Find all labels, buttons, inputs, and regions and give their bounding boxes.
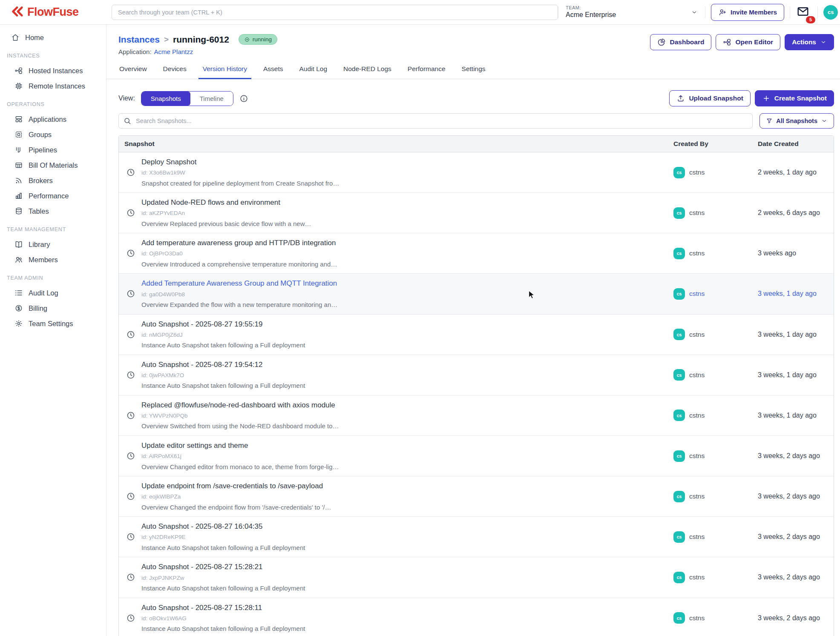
flowfuse-logo[interactable]: FlowFuse xyxy=(10,6,106,19)
date-created: 3 weeks, 2 days ago xyxy=(758,573,820,581)
snapshot-row[interactable]: Add temperature awareness group and HTTP… xyxy=(119,233,834,274)
tab-version-history[interactable]: Version History xyxy=(198,60,251,79)
info-icon[interactable] xyxy=(239,94,248,103)
snapshot-filter-dropdown[interactable]: All Snapshots xyxy=(759,113,834,129)
date-created: 3 weeks, 2 days ago xyxy=(758,493,820,500)
snapshot-id: id: YWVPzN0PQb xyxy=(141,412,339,420)
clock-icon xyxy=(126,411,135,420)
view-option-timeline[interactable]: Timeline xyxy=(190,92,233,106)
snapshot-row[interactable]: Deploy Snapshot id: X3o6Bw1k9W Snapshot … xyxy=(119,152,834,193)
tab-audit-log[interactable]: Audit Log xyxy=(295,60,332,79)
main-content: Instances > running-6012 running Applica… xyxy=(106,25,840,636)
global-search-input[interactable] xyxy=(112,5,558,20)
snapshot-row[interactable]: Update editor settings and theme id: AlR… xyxy=(119,436,834,476)
snapshot-title: Auto Snapshot - 2025-08-27 15:28:21 xyxy=(141,562,305,572)
snapshot-row[interactable]: Auto Snapshot - 2025-08-27 19:54:12 id: … xyxy=(119,355,834,395)
snapshot-description: Overview Replaced previous basic device … xyxy=(141,220,311,228)
created-by-cell: cs cstns xyxy=(673,288,758,300)
tab-overview[interactable]: Overview xyxy=(115,60,151,79)
sidebar-item-applications[interactable]: Applications xyxy=(0,112,106,127)
sidebar-item-label: Team Settings xyxy=(29,320,73,328)
tab-node-red-logs[interactable]: Node-RED Logs xyxy=(339,60,396,79)
created-by-cell: cs cstns xyxy=(673,329,758,340)
brokers-icon xyxy=(14,176,23,185)
tab-devices[interactable]: Devices xyxy=(159,60,191,79)
sidebar-item-pipelines[interactable]: Pipelines xyxy=(0,142,106,158)
snapshot-row[interactable]: Update endpoint from /save-credentials t… xyxy=(119,476,834,517)
snapshots-table: Snapshot Created By Date Created Deploy … xyxy=(118,135,834,636)
sidebar-item-groups[interactable]: Groups xyxy=(0,127,106,142)
snapshot-id: id: 0jwPAXMk7O xyxy=(141,372,305,379)
sidebar-item-label: Groups xyxy=(29,131,52,139)
tab-assets[interactable]: Assets xyxy=(259,60,288,79)
snapshot-title: Auto Snapshot - 2025-08-27 16:04:35 xyxy=(141,522,305,531)
sidebar-section-label: TEAM MANAGEMENT xyxy=(0,226,106,232)
snapshot-row[interactable]: Auto Snapshot - 2025-08-27 19:55:19 id: … xyxy=(119,315,834,355)
date-created: 3 weeks, 1 day ago xyxy=(758,331,817,338)
snapshot-row[interactable]: Auto Snapshot - 2025-08-27 15:28:11 id: … xyxy=(119,598,834,636)
user-avatar[interactable]: cs xyxy=(823,5,838,20)
application-link[interactable]: Acme Plantzz xyxy=(154,48,193,55)
sidebar-item-bill-of-materials[interactable]: Bill Of Materials xyxy=(0,158,106,173)
sidebar-item-team-settings[interactable]: Team Settings xyxy=(0,316,106,331)
created-by-cell: cs cstns xyxy=(673,410,758,421)
created-by-cell: cs cstns xyxy=(673,369,758,381)
invite-members-icon xyxy=(718,8,727,17)
clock-icon xyxy=(126,451,135,461)
upload-icon xyxy=(676,94,685,103)
snapshot-id: id: JxpPJNKPZw xyxy=(141,574,305,582)
snapshot-id: id: AlRPoMX61j xyxy=(141,453,339,460)
snapshot-search-input[interactable] xyxy=(118,113,753,129)
open-editor-button[interactable]: Open Editor xyxy=(716,34,780,50)
sidebar-item-brokers[interactable]: Brokers xyxy=(0,173,106,188)
sidebar-item-hosted-instances[interactable]: Hosted Instances xyxy=(0,63,106,78)
snapshot-row[interactable]: Auto Snapshot - 2025-08-27 15:28:21 id: … xyxy=(119,557,834,598)
sidebar-item-members[interactable]: Members xyxy=(0,252,106,267)
create-snapshot-button[interactable]: Create Snapshot xyxy=(755,90,834,106)
date-created-cell: 3 weeks, 1 day ago xyxy=(758,412,834,419)
tab-performance[interactable]: Performance xyxy=(403,60,450,79)
clock-icon xyxy=(126,573,135,582)
invite-members-button[interactable]: Invite Members xyxy=(711,4,784,21)
snapshot-title: Replaced @flowfuse/node-red-dashboard wi… xyxy=(141,401,339,410)
snapshot-description: Instance Auto Snapshot taken following a… xyxy=(141,381,305,390)
clock-icon xyxy=(126,289,135,298)
search-icon xyxy=(123,117,132,125)
view-option-snapshots[interactable]: Snapshots xyxy=(141,92,190,106)
divider xyxy=(790,6,790,18)
dashboard-button[interactable]: Dashboard xyxy=(650,34,711,50)
sidebar-item-remote-instances[interactable]: Remote Instances xyxy=(0,78,106,94)
sidebar-item-label: Brokers xyxy=(29,177,53,185)
sidebar-item-tables[interactable]: Tables xyxy=(0,203,106,219)
upload-snapshot-button[interactable]: Upload Snapshot xyxy=(669,90,750,106)
sidebar-item-audit-log[interactable]: Audit Log xyxy=(0,285,106,301)
bill-of-materials-icon xyxy=(14,161,23,169)
sidebar-item-label: Pipelines xyxy=(29,146,57,154)
breadcrumb-instances-link[interactable]: Instances xyxy=(118,34,160,45)
sidebar-item-label: Remote Instances xyxy=(29,82,85,90)
snapshot-description: Instance Auto Snapshot taken following a… xyxy=(141,584,305,593)
date-created: 2 weeks, 6 days ago xyxy=(758,209,820,216)
library-icon xyxy=(14,240,23,249)
hosted-instances-icon xyxy=(14,66,23,75)
sidebar-item-billing[interactable]: Billing xyxy=(0,301,106,316)
snapshot-title: Added Temperature Awareness Group and MQ… xyxy=(141,279,337,288)
sidebar-item-label: Tables xyxy=(29,207,49,215)
clock-icon xyxy=(126,613,135,623)
creator-avatar: cs xyxy=(673,410,685,421)
snapshot-row[interactable]: Updated Node-RED flows and environment i… xyxy=(119,193,834,233)
creator-avatar: cs xyxy=(673,491,685,502)
sidebar-item-home[interactable]: Home xyxy=(0,30,106,45)
dashboard-icon xyxy=(657,38,666,46)
snapshot-row[interactable]: Replaced @flowfuse/node-red-dashboard wi… xyxy=(119,395,834,436)
notifications-button[interactable]: 5 xyxy=(796,4,812,20)
tab-settings[interactable]: Settings xyxy=(457,60,490,79)
snapshot-row[interactable]: Added Temperature Awareness Group and MQ… xyxy=(119,274,834,314)
sidebar-item-library[interactable]: Library xyxy=(0,237,106,252)
date-created-cell: 2 weeks, 1 day ago xyxy=(758,169,834,176)
chevron-down-icon xyxy=(821,117,828,124)
team-selector[interactable]: TEAM: Acme Enterprise xyxy=(564,4,699,20)
sidebar-item-performance[interactable]: Performance xyxy=(0,188,106,203)
actions-button[interactable]: Actions xyxy=(785,34,834,50)
snapshot-row[interactable]: Auto Snapshot - 2025-08-27 16:04:35 id: … xyxy=(119,517,834,557)
